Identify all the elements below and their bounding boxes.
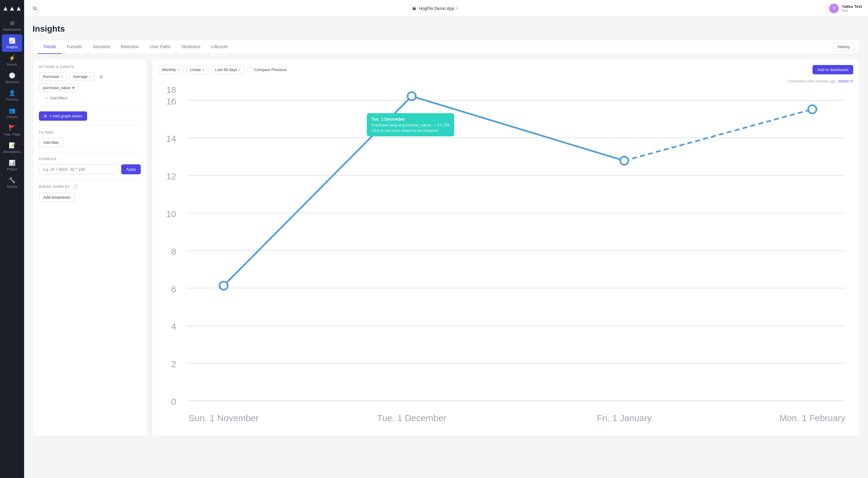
app-icon: 🎬 [411, 5, 417, 11]
breakdown-section: Add breakdown [39, 193, 141, 202]
add-breakdown-label: Add breakdown [43, 195, 70, 200]
topbar-left [30, 4, 40, 13]
left-panel: ACTIONS & EVENTS Purchase ▾ Average ▾ 🗑 … [33, 59, 147, 436]
chart-meta: Computed a few seconds ago refresh ↻ [158, 79, 853, 83]
add-filters-label: Add filters [50, 96, 67, 100]
workspace: ACTIONS & EVENTS Purchase ▾ Average ▾ 🗑 … [33, 59, 860, 436]
divider-4 [39, 179, 141, 179]
sidebar-item-dashboards[interactable]: ⊞ Dashboards [0, 17, 24, 34]
dashboards-icon: ⊞ [10, 20, 14, 27]
user-info: Yakko Test Test [842, 4, 862, 12]
topbar-center: 🎬 HogFlix Demo App ▾ [411, 5, 458, 11]
sidebar-item-toolbar[interactable]: 🔧 Toolbar [0, 174, 24, 192]
svg-text:6: 6 [171, 284, 176, 294]
sidebar-item-label: Persons [6, 98, 18, 101]
property-label: purchase_value [43, 86, 70, 90]
chart-line-dashed [624, 109, 812, 161]
topbar-right: Y Yakko Test Test [829, 4, 862, 13]
main-content: 🎬 HogFlix Demo App ▾ Y Yakko Test Test I… [24, 0, 868, 478]
compare-checkbox[interactable]: Compare Previous [247, 67, 287, 72]
add-filters-button[interactable]: Add filters [39, 95, 141, 101]
sidebar-item-insights[interactable]: 📈 Insights [2, 34, 22, 52]
monthly-label: Monthly [162, 67, 176, 72]
computed-text: Computed a few seconds ago [788, 79, 836, 83]
svg-text:Sun. 1 November: Sun. 1 November [189, 413, 258, 423]
breakdown-label: BREAK DOWN BY [39, 185, 70, 189]
events-icon: ⚡ [9, 55, 16, 61]
sidebar-item-label: Annotations [3, 150, 21, 153]
sidebar-item-label: Dashboards [3, 28, 21, 31]
user-role: Test [842, 9, 862, 12]
topbar: 🎬 HogFlix Demo App ▾ Y Yakko Test Test [24, 0, 868, 17]
aggregate-chevron-icon: ▾ [89, 75, 91, 78]
divider-2 [39, 126, 141, 126]
add-breakdown-button[interactable]: Add breakdown [39, 193, 75, 202]
sidebar-item-project[interactable]: 📊 Project [0, 157, 24, 174]
tab-lifecycle[interactable]: Lifecycle [206, 40, 233, 54]
user-name: Yakko Test [842, 4, 862, 9]
sidebar-item-persons[interactable]: 👤 Persons [0, 87, 24, 104]
sidebar-item-events[interactable]: ⚡ Events [0, 52, 24, 69]
date-range-chevron-icon: ▾ [239, 68, 241, 71]
event-label: Purchase [43, 74, 59, 79]
datapoint-dec[interactable] [407, 92, 415, 100]
search-icon [33, 6, 37, 10]
chart-controls: Monthly ▾ Linear ▾ Last 90 days ▾ Compar… [158, 65, 853, 74]
monthly-selector[interactable]: Monthly ▾ [158, 65, 183, 74]
delete-event-button[interactable]: 🗑 [97, 73, 105, 81]
chart-svg: 0 2 4 6 8 10 12 14 [158, 86, 853, 430]
tab-stickiness[interactable]: Stickiness [176, 40, 206, 54]
svg-text:2: 2 [171, 359, 176, 369]
formula-input[interactable] [39, 164, 119, 174]
linear-selector[interactable]: Linear ▾ [186, 65, 208, 74]
tab-user-paths[interactable]: User Paths [144, 40, 176, 54]
refresh-link[interactable]: refresh [838, 79, 849, 83]
sidebar: ▲▲▲ ⊞ Dashboards 📈 Insights ⚡ Events 🕐 S… [0, 0, 24, 478]
app-title: HogFlix Demo App [419, 6, 454, 11]
logo[interactable]: ▲▲▲ [0, 0, 24, 17]
aggregate-selector[interactable]: Average ▾ [69, 72, 95, 81]
event-chevron-icon: ▾ [61, 75, 63, 78]
formula-label: FORMULA [39, 157, 141, 161]
tab-funnels[interactable]: Funnels [61, 40, 87, 54]
event-selector[interactable]: Purchase ▾ [39, 72, 67, 81]
sidebar-item-annotations[interactable]: 📝 Annotations [0, 139, 24, 157]
sidebar-item-sessions[interactable]: 🕐 Sessions [0, 69, 24, 87]
insights-icon: 📈 [9, 37, 16, 44]
tab-sessions[interactable]: Sessions [87, 40, 116, 54]
event-row: Purchase ▾ Average ▾ 🗑 [39, 72, 141, 81]
avatar: Y [829, 4, 839, 13]
apply-button[interactable]: Apply [121, 164, 141, 174]
linear-chevron-icon: ▾ [203, 68, 204, 71]
tab-retention[interactable]: Retention [116, 40, 144, 54]
add-series-plus-icon: ⊕ [44, 114, 47, 118]
history-button[interactable]: History [833, 42, 855, 51]
tab-trends[interactable]: Trends [38, 40, 61, 54]
datapoint-feb[interactable] [808, 105, 816, 113]
search-button[interactable] [30, 4, 40, 13]
svg-text:16: 16 [166, 96, 176, 106]
datapoint-nov[interactable] [219, 281, 227, 289]
tabs-container: Trends Funnels Sessions Retention User P… [33, 40, 860, 54]
add-filter-button[interactable]: Add filter [39, 138, 63, 147]
add-to-dashboard-button[interactable]: Add to dashboard [812, 65, 853, 74]
sidebar-item-feat-flags[interactable]: 🚩 Feat. Flags [0, 122, 24, 139]
add-series-button[interactable]: ⊕ + Add graph series [39, 111, 87, 121]
date-range-selector[interactable]: Last 90 days ▾ [211, 65, 245, 74]
page-title: Insights [33, 24, 860, 34]
breakdown-info-icon: i [73, 184, 78, 189]
filters-label: FILTERS [39, 131, 141, 134]
svg-text:Tue. 1 December: Tue. 1 December [377, 413, 446, 423]
datapoint-jan[interactable] [620, 157, 628, 165]
sidebar-item-cohorts[interactable]: 👥 Cohorts [0, 104, 24, 122]
property-selector[interactable]: purchase_value ▾ [39, 83, 79, 92]
add-series-label: + Add graph series [50, 114, 82, 118]
svg-text:4: 4 [171, 321, 176, 332]
right-panel: Monthly ▾ Linear ▾ Last 90 days ▾ Compar… [152, 59, 860, 436]
chart-area: 0 2 4 6 8 10 12 14 [158, 86, 853, 430]
sessions-icon: 🕐 [9, 72, 16, 79]
sidebar-item-label: Toolbar [7, 185, 18, 189]
svg-text:0: 0 [171, 397, 176, 407]
checkbox-icon [247, 67, 252, 72]
sidebar-item-label: Events [7, 63, 17, 66]
